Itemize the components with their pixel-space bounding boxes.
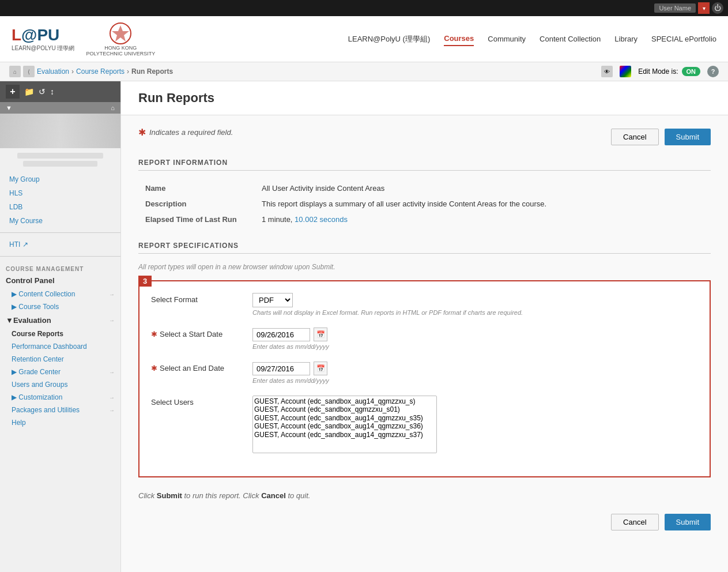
view-icon[interactable]: 👁 <box>601 66 613 77</box>
nav-learn[interactable]: LEARN@PolyU (理學組) <box>348 32 431 47</box>
sidebar-course-header-text: ▼ <box>6 104 12 111</box>
sidebar-group-evaluation[interactable]: ▼ Evaluation → <box>0 313 120 328</box>
sidebar-help[interactable]: Help <box>0 416 120 429</box>
users-label: Select Users <box>151 396 243 407</box>
start-date-calendar-button[interactable]: 📅 <box>314 328 327 341</box>
sidebar-group-control-panel[interactable]: Control Panel <box>0 273 120 288</box>
course-reports-label: Course Reports <box>12 330 63 338</box>
nav-content-collection[interactable]: Content Collection <box>540 32 601 46</box>
report-specs-section: REPORT SPECIFICATIONS All report types w… <box>138 242 711 477</box>
home-icon[interactable]: ⌂ <box>9 66 21 77</box>
nav-eportfolio[interactable]: SPECIAL ePortfolio <box>651 32 716 46</box>
sidebar-course-tools[interactable]: ▶ Course Tools <box>0 300 120 313</box>
user-item[interactable]: GUEST, Account (edc_sandbox_aug14_qgmzzx… <box>254 397 435 405</box>
back-icon[interactable]: ⟨ <box>23 66 35 77</box>
desc-label: Description <box>139 197 255 211</box>
breadcrumb-course-reports[interactable]: Course Reports <box>76 67 125 76</box>
bottom-actions: Cancel Submit <box>138 514 711 530</box>
edit-toggle[interactable]: ON <box>682 67 701 76</box>
users-row: Select Users GUEST, Account (edc_sandbox… <box>151 396 698 453</box>
users-groups-label: Users and Groups <box>12 381 67 389</box>
bottom-submit-ref: Submit <box>157 491 182 500</box>
format-row: Select Format PDF HTML Excel Charts will… <box>151 293 698 316</box>
format-note: Charts will not display in Excel format.… <box>252 309 698 316</box>
users-field: GUEST, Account (edc_sandbox_aug14_qgmzzx… <box>252 396 698 453</box>
user-item[interactable]: GUEST, Account (edc_sandbox_qgmzzxu_s01) <box>254 405 435 413</box>
sidebar-link-mygroup[interactable]: My Group <box>0 172 120 186</box>
performance-dashboard-label: Performance Dashboard <box>12 343 87 351</box>
sidebar-performance-dashboard[interactable]: Performance Dashboard <box>0 340 120 353</box>
breadcrumb-current: Run Reports <box>131 67 173 76</box>
elapsed-link[interactable]: 10.002 seconds <box>295 215 348 224</box>
help-button[interactable]: ? <box>707 66 719 77</box>
nav-library[interactable]: Library <box>614 32 638 46</box>
packages-arrow: → <box>109 407 115 413</box>
top-cancel-button[interactable]: Cancel <box>611 129 658 145</box>
required-note: ✱ Indicates a required field. <box>138 127 233 138</box>
control-panel-label: Control Panel <box>6 276 55 285</box>
sidebar-folder-btn[interactable]: 📁 <box>24 87 34 96</box>
logo-text: L@PU LEARN@POLYU 理學網 <box>12 26 74 52</box>
sidebar-grade-center[interactable]: ▶ Grade Center → <box>0 366 120 378</box>
sidebar-link-mycourse[interactable]: My Course <box>0 214 120 228</box>
format-select[interactable]: PDF HTML Excel <box>252 293 293 307</box>
sidebar-content-collection[interactable]: ▶ Content Collection → <box>0 288 120 300</box>
name-label: Name <box>139 181 255 195</box>
packages-utilities-label: Packages and Utilities <box>12 406 80 414</box>
end-date-calendar-button[interactable]: 📅 <box>314 362 327 375</box>
bottom-submit-button[interactable]: Submit <box>665 514 711 530</box>
user-item[interactable]: GUEST, Account (edc_sandbox_aug14_qgmzzx… <box>254 414 435 422</box>
grade-center-label: ▶ Grade Center <box>12 368 61 376</box>
start-date-field: 📅 Enter dates as mm/dd/yyyy <box>252 328 698 350</box>
format-label: Select Format <box>151 293 243 304</box>
elapsed-value: 1 minute, 10.002 seconds <box>256 212 710 227</box>
user-item[interactable]: GUEST, Account (edc_sandbox_aug14_qgmzzx… <box>254 431 435 439</box>
sidebar-refresh-btn[interactable]: ↺ <box>39 87 46 96</box>
sidebar-add-button[interactable]: + <box>6 85 20 99</box>
bottom-cancel-button[interactable]: Cancel <box>611 514 658 530</box>
sidebar-home-icon[interactable]: ⌂ <box>111 104 115 111</box>
start-date-input-row: 📅 <box>252 328 698 341</box>
power-button[interactable]: ⏻ <box>712 2 723 14</box>
main-layout: + 📁 ↺ ↕ ▼ ⌂ My Group HLS LDB My Course H… <box>0 81 728 572</box>
name-value: All User Activity inside Content Areas <box>256 181 710 195</box>
sidebar-customization[interactable]: ▶ Customization → <box>0 391 120 404</box>
end-date-input[interactable] <box>252 362 310 375</box>
evaluation-arrow: ▼ <box>6 316 13 325</box>
top-bar: User Name ▾ ⏻ <box>0 0 728 16</box>
breadcrumb-bar: ⌂ ⟨ Evaluation › Course Reports › Run Re… <box>0 62 728 81</box>
page-header: Run Reports <box>121 81 728 115</box>
sidebar-course-header: ▼ ⌂ <box>0 102 120 114</box>
sidebar-users-groups[interactable]: Users and Groups <box>0 378 120 391</box>
sidebar-divider1 <box>0 232 120 233</box>
color-icon[interactable] <box>620 66 631 77</box>
nav-community[interactable]: Community <box>488 32 526 46</box>
sidebar-retention-center[interactable]: Retention Center <box>0 353 120 366</box>
course-tools-label: ▶ Course Tools <box>12 303 59 311</box>
sidebar-packages-utilities[interactable]: Packages and Utilities → <box>0 404 120 416</box>
sidebar-course-reports[interactable]: Course Reports <box>0 328 120 340</box>
users-list[interactable]: GUEST, Account (edc_sandbox_aug14_qgmzzx… <box>252 396 437 453</box>
end-date-label: ✱Select an End Date <box>151 362 243 372</box>
sidebar-link-ldb[interactable]: LDB <box>0 200 120 214</box>
nav-courses[interactable]: Courses <box>444 32 474 46</box>
top-bar-arrow[interactable]: ▾ <box>698 2 710 14</box>
edit-mode: Edit Mode is: ON <box>638 67 700 76</box>
top-bar-user: User Name <box>654 3 696 13</box>
content-collection-arrow: → <box>109 291 115 298</box>
top-submit-button[interactable]: Submit <box>665 129 711 145</box>
sidebar-divider2 <box>0 256 120 257</box>
user-item[interactable]: GUEST, Account (edc_sandbox_aug14_qgmzzx… <box>254 422 435 430</box>
edit-mode-label: Edit Mode is: <box>638 67 678 76</box>
sidebar-section-label: COURSE MANAGEMENT <box>0 261 120 273</box>
sidebar-link-hls[interactable]: HLS <box>0 186 120 200</box>
end-date-row: ✱Select an End Date 📅 Enter dates as mm/… <box>151 362 698 384</box>
page-title: Run Reports <box>138 91 711 106</box>
step-badge: 3 <box>138 276 152 287</box>
breadcrumb-evaluation[interactable]: Evaluation <box>37 67 69 76</box>
sidebar-link-hti[interactable]: HTI ↗ <box>0 238 120 251</box>
grade-center-arrow: → <box>109 369 115 375</box>
sidebar-sort-btn[interactable]: ↕ <box>50 87 54 96</box>
start-date-input[interactable] <box>252 328 310 341</box>
breadcrumb: ⌂ ⟨ Evaluation › Course Reports › Run Re… <box>9 66 173 77</box>
